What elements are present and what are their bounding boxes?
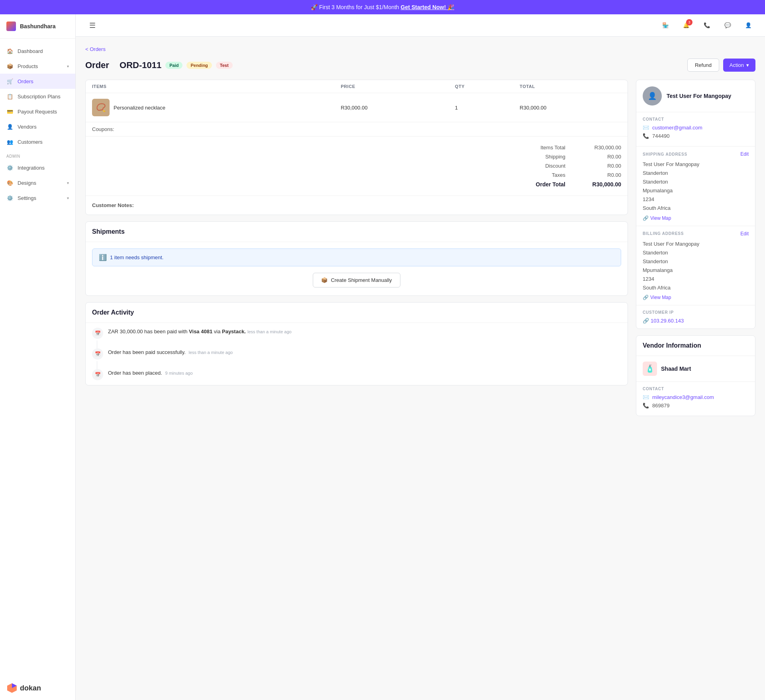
page-title: Order ORD-1011	[85, 60, 161, 70]
create-shipment-label: Create Shipment Manually	[331, 277, 392, 283]
customers-icon: 👥	[6, 138, 14, 145]
customer-notes-label: Customer Notes:	[92, 202, 134, 208]
top-nav-right: 🏪 🔔 3 📞 💬 👤	[658, 18, 755, 33]
chat-button[interactable]: 💬	[720, 18, 735, 33]
billing-view-map-link[interactable]: 🔗 View Map	[643, 295, 749, 300]
coupons-label: Coupons:	[92, 126, 114, 132]
vendor-contact-section: CONTACT ✉️ mileycandice3@gmail.com 📞 869…	[636, 381, 755, 416]
banner-link[interactable]: Get Started Now! 🎉	[401, 4, 454, 10]
shipment-notice-text: 1 item needs shipment.	[110, 254, 163, 260]
order-total-label: Order Total	[506, 181, 565, 188]
activity-text-3: Order has been placed. 9 minutes ago	[108, 369, 193, 377]
activity-text-1: ZAR 30,000.00 has been paid with Visa 40…	[108, 328, 292, 336]
sidebar-item-customers[interactable]: 👥 Customers	[0, 134, 75, 149]
action-button[interactable]: Action ▾	[723, 59, 755, 72]
billing-edit-link[interactable]: Edit	[740, 231, 749, 237]
phone-button[interactable]: 📞	[700, 18, 714, 33]
product-name: Personalized necklace	[114, 105, 165, 111]
status-badge-paid: Paid	[165, 62, 182, 69]
menu-toggle-button[interactable]: ☰	[85, 18, 100, 33]
dokan-logo: dokan	[0, 676, 75, 700]
dashboard-icon: 🏠	[6, 47, 14, 55]
shipping-edit-link[interactable]: Edit	[740, 151, 749, 157]
activity-bold2: Paystack.	[222, 328, 246, 334]
contact-section: CONTACT ✉️ customer@gmail.com 📞 744490	[636, 112, 755, 146]
chevron-down-icon: ▾	[746, 62, 749, 68]
product-total: R30,000.00	[513, 93, 628, 122]
sidebar-item-vendors[interactable]: 👤 Vendors	[0, 119, 75, 134]
vendor-email-row: ✉️ mileycandice3@gmail.com	[643, 394, 749, 400]
external-link-icon: 🔗	[643, 295, 649, 300]
external-link-icon: 🔗	[643, 318, 649, 324]
left-column: ITEMS PRICE QTY TOTAL	[85, 80, 628, 416]
vendor-email[interactable]: mileycandice3@gmail.com	[652, 394, 714, 400]
shipments-card: Shipments ℹ️ 1 item needs shipment. 📦 Cr…	[85, 221, 628, 296]
refund-button[interactable]: Refund	[687, 59, 719, 72]
calendar-icon: 📦	[321, 277, 328, 283]
sidebar-item-label: Products	[18, 63, 63, 69]
table-row: 📿 Personalized necklace R30,000.00 1 R30…	[86, 93, 628, 122]
sidebar-item-label: Payout Requests	[18, 109, 69, 115]
top-navigation: ☰ 🏪 🔔 3 📞 💬 👤	[76, 14, 765, 37]
sidebar-item-orders[interactable]: 🛒 Orders	[0, 74, 75, 89]
shipping-label: Shipping	[506, 154, 565, 160]
ip-link: 🔗 103.29.60.143	[643, 318, 749, 324]
sidebar-item-products[interactable]: 📦 Products ▾	[0, 59, 75, 74]
totals-section: Items Total R30,000.00 Shipping R0.00 Di…	[86, 136, 628, 196]
sidebar-item-subscription[interactable]: 📋 Subscription Plans	[0, 89, 75, 104]
activity-text: Order has been placed.	[108, 370, 162, 376]
product-qty: 1	[449, 93, 514, 122]
order-items-card: ITEMS PRICE QTY TOTAL	[85, 80, 628, 215]
sidebar-item-dashboard[interactable]: 🏠 Dashboard	[0, 43, 75, 59]
right-sidebar: 👤 Test User For Mangopay CONTACT ✉️ cust…	[636, 80, 755, 416]
product-image: 📿	[92, 99, 110, 116]
items-total-value: R30,000.00	[581, 145, 621, 151]
vendor-contact-title: CONTACT	[643, 387, 749, 391]
sidebar-item-label: Vendors	[18, 124, 69, 130]
vendor-info-card: Vendor Information 🧴 Shaad Mart CONTACT …	[636, 335, 755, 416]
customer-phone: 744490	[652, 133, 669, 139]
product-cell: 📿 Personalized necklace	[92, 99, 328, 116]
chevron-down-icon: ▾	[67, 196, 69, 200]
activity-icon: 📅	[92, 369, 103, 380]
dokan-logo-text: dokan	[20, 684, 41, 692]
shipping-view-map-link[interactable]: 🔗 View Map	[643, 215, 749, 221]
vendor-phone-row: 📞 869879	[643, 403, 749, 409]
external-link-icon: 🔗	[643, 215, 649, 221]
sidebar-item-label: Settings	[18, 195, 63, 201]
user-button[interactable]: 👤	[741, 18, 755, 33]
customer-email[interactable]: customer@gmail.com	[652, 125, 702, 131]
notification-button[interactable]: 🔔 3	[679, 18, 693, 33]
phone-icon: 📞	[643, 403, 649, 409]
activity-time: 9 minutes ago	[165, 371, 193, 375]
main-area: ☰ 🏪 🔔 3 📞 💬 👤 < Orders	[76, 14, 765, 700]
chevron-down-icon: ▾	[67, 181, 69, 185]
breadcrumb[interactable]: < Orders	[85, 46, 755, 52]
notification-badge: 3	[686, 19, 692, 25]
shipping-address-title: SHIPPING ADDRESS	[643, 152, 687, 156]
sidebar-item-designs[interactable]: 🎨 Designs ▾	[0, 175, 75, 190]
sidebar-item-label: Orders	[18, 78, 69, 84]
sidebar-item-label: Integrations	[18, 165, 69, 171]
create-shipment-button[interactable]: 📦 Create Shipment Manually	[313, 273, 400, 287]
action-label: Action	[730, 62, 744, 68]
sidebar-item-label: Subscription Plans	[18, 94, 69, 100]
dokan-logo-icon	[6, 682, 18, 694]
breadcrumb-text: < Orders	[85, 46, 106, 52]
top-nav-left: ☰	[85, 18, 100, 33]
taxes-row: Taxes R0.00	[92, 170, 621, 180]
sidebar-item-integrations[interactable]: ⚙️ Integrations	[0, 160, 75, 175]
sidebar-item-settings[interactable]: ⚙️ Settings ▾	[0, 190, 75, 205]
promo-banner: 🚀 First 3 Months for Just $1/Month Get S…	[0, 0, 765, 14]
sidebar-item-payout[interactable]: 💳 Payout Requests	[0, 104, 75, 119]
designs-icon: 🎨	[6, 179, 14, 186]
store-icon-button[interactable]: 🏪	[658, 18, 673, 33]
activity-time: less than a minute ago	[189, 350, 233, 355]
avatar: 👤	[643, 86, 662, 106]
shipping-address-text: Test User For MangopayStandertonStandert…	[643, 160, 749, 213]
sidebar: Bashundhara 🏠 Dashboard 📦 Products ▾ 🛒 O…	[0, 14, 76, 700]
customer-ip[interactable]: 103.29.60.143	[651, 318, 684, 324]
shipping-row: Shipping R0.00	[92, 152, 621, 161]
email-row: ✉️ customer@gmail.com	[643, 125, 749, 131]
activity-middle: via	[212, 328, 222, 334]
